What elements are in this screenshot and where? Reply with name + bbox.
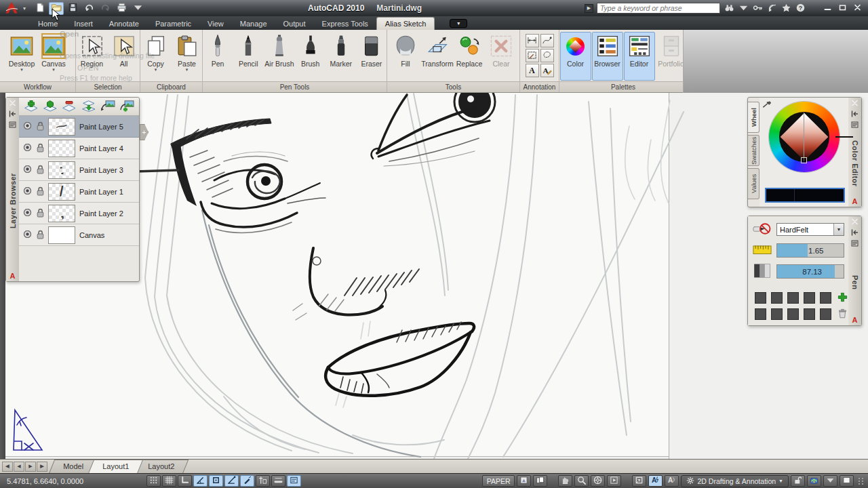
brush-swatch[interactable] [787, 308, 799, 320]
window-control-button[interactable] [821, 3, 834, 14]
brush-swatch[interactable] [771, 308, 783, 320]
ribbon-tab[interactable]: Annotate [101, 18, 147, 30]
ribbon-button[interactable]: Desktop ▾ [6, 32, 37, 81]
add-swatch-button[interactable] [836, 292, 848, 304]
color-editor-tab[interactable]: Wheel [748, 102, 760, 133]
ribbon-tab[interactable]: Output [275, 18, 314, 30]
layer-lock-toggle[interactable] [37, 186, 44, 197]
ribbon-button[interactable]: Replace ▾ [454, 32, 485, 81]
brush-swatch[interactable] [820, 308, 831, 320]
brush-opacity-slider[interactable]: 87.13 [776, 264, 844, 279]
layer-row[interactable]: ~ Paint Layer 5 [19, 116, 139, 138]
search-input[interactable] [597, 3, 720, 14]
panel-close-button[interactable] [850, 218, 859, 226]
ribbon-tab[interactable]: Express Tools [314, 18, 376, 30]
qat-button[interactable] [98, 2, 113, 15]
ribbon-state-toggle[interactable]: ▾ [450, 19, 467, 28]
window-control-button[interactable] [851, 3, 864, 14]
statusbar-tool-button[interactable] [791, 475, 805, 487]
annotation-tool-button[interactable] [540, 49, 554, 62]
qat-button[interactable] [49, 2, 64, 15]
panel-properties-button[interactable] [8, 121, 17, 129]
infocenter-icon-button[interactable] [781, 3, 792, 14]
layout-tab[interactable]: Layout1 [88, 460, 144, 474]
layout-nav-button[interactable]: ◀ [14, 462, 24, 472]
drafting-toggle-button[interactable] [193, 475, 208, 487]
drafting-toggle-button[interactable] [162, 475, 176, 487]
infocenter-icon-button[interactable] [752, 3, 764, 14]
panel-autohide-button[interactable] [850, 229, 859, 237]
drafting-toggle-button[interactable] [256, 475, 270, 487]
brush-swatch[interactable] [755, 308, 766, 320]
drafting-toggle-button[interactable] [287, 475, 301, 487]
ribbon-button[interactable]: All ▾ [108, 32, 140, 81]
layer-visibility-toggle[interactable] [22, 187, 33, 196]
layer-toolbar-button[interactable] [42, 100, 58, 113]
ribbon-button[interactable]: Marker ▾ [326, 32, 356, 81]
ribbon-tab[interactable]: Parametric [147, 18, 199, 30]
panel-autohide-button[interactable] [850, 110, 859, 119]
ribbon-button[interactable]: Fill ▾ [390, 32, 421, 81]
dropdown-arrow-icon[interactable]: ▼ [833, 224, 844, 235]
layer-lock-toggle[interactable] [37, 143, 44, 154]
panel-properties-button[interactable] [850, 121, 859, 129]
ribbon-button[interactable]: Color ▾ [560, 32, 591, 81]
delete-swatch-button[interactable] [836, 308, 848, 320]
infocenter-icon-button[interactable] [738, 3, 749, 14]
ribbon-button[interactable]: Eraser ▾ [357, 32, 387, 81]
qat-button[interactable] [130, 2, 145, 15]
navigation-tool-button[interactable] [574, 475, 589, 487]
statusbar-tool-button[interactable] [840, 475, 854, 487]
layer-visibility-toggle[interactable] [22, 165, 33, 174]
drafting-toggle-button[interactable] [178, 475, 192, 487]
ribbon-button[interactable]: Region ▾ [77, 32, 108, 81]
ribbon-tab[interactable]: Manage [232, 18, 275, 30]
layer-toolbar-button[interactable] [23, 100, 39, 113]
infocenter-icon-button[interactable] [766, 3, 778, 14]
paper-model-toggle[interactable]: PAPER [482, 475, 515, 487]
qat-button[interactable] [81, 2, 96, 15]
layer-visibility-toggle[interactable] [22, 122, 33, 131]
color-wheel[interactable] [769, 102, 840, 172]
layer-toolbar-button[interactable] [119, 100, 135, 113]
navigation-tool-button[interactable] [607, 475, 621, 487]
annotation-scale-button[interactable] [632, 475, 646, 487]
panel-close-button[interactable] [850, 100, 859, 108]
layer-row[interactable]: : Paint Layer 3 [19, 159, 139, 181]
drafting-toggle-button[interactable] [209, 475, 223, 487]
ribbon-button[interactable]: Copy ▾ [140, 32, 171, 81]
infocenter-icon-button[interactable] [724, 3, 735, 14]
qat-button[interactable] [33, 2, 47, 15]
ribbon-button[interactable]: Portfolio ▾ [656, 32, 687, 81]
statusbar-tool-button[interactable] [823, 475, 837, 487]
brush-swatch[interactable] [804, 308, 815, 320]
layer-lock-toggle[interactable] [37, 208, 44, 219]
ribbon-tab[interactable]: Alias Sketch [376, 17, 435, 30]
annotation-scale-button[interactable]: A [665, 475, 679, 487]
panel-properties-button[interactable] [850, 240, 859, 248]
infocenter-icon-button[interactable]: ? [795, 3, 806, 14]
layout-nav-button[interactable]: ▶ [25, 462, 36, 472]
sheet-view-button[interactable] [517, 475, 531, 487]
ribbon-tab[interactable]: Insert [66, 18, 101, 30]
statusbar-tool-button[interactable] [807, 475, 821, 487]
layer-row[interactable]: , Paint Layer 2 [19, 203, 139, 224]
qat-button[interactable] [114, 2, 129, 15]
layout-nav-button[interactable]: ▶ [37, 462, 47, 472]
layer-visibility-toggle[interactable] [22, 209, 33, 218]
ribbon-button[interactable]: Pencil ▾ [233, 32, 263, 81]
layer-visibility-toggle[interactable] [22, 144, 33, 152]
search-expand-icon[interactable]: ▶ [585, 4, 593, 13]
ribbon-button[interactable]: Pen ▾ [203, 32, 233, 81]
brush-size-slider[interactable]: 1.65 [776, 243, 844, 258]
ribbon-button[interactable]: Brush ▾ [296, 32, 326, 81]
layer-row[interactable]: Paint Layer 4 [19, 138, 139, 159]
eyedropper-icon[interactable] [762, 99, 773, 110]
ribbon-button[interactable]: Canvas ▾ [38, 32, 69, 81]
window-control-button[interactable] [836, 3, 849, 14]
brush-preset-dropdown[interactable]: HardFelt ▼ [776, 223, 844, 236]
brush-swatch[interactable] [755, 292, 766, 304]
layer-lock-toggle[interactable] [37, 121, 44, 132]
autocad-menu-button[interactable] [0, 0, 23, 16]
qat-button[interactable] [65, 2, 80, 15]
